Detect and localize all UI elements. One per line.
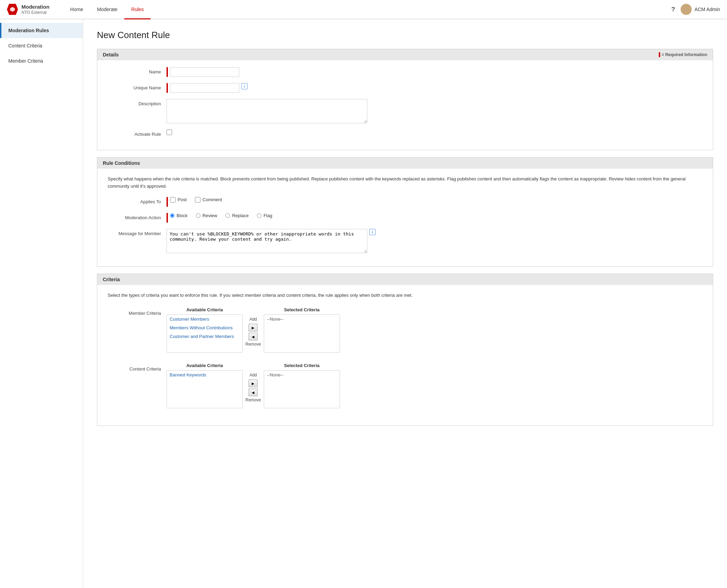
rule-conditions-title: Rule Conditions xyxy=(103,160,140,166)
main-nav: Home Moderate Rules xyxy=(63,0,671,19)
required-bar-icon xyxy=(659,52,660,57)
content-criteria-boxes: Available Criteria Banned Keywords Add ▶… xyxy=(167,363,340,408)
member-criteria-label: Member Criteria xyxy=(104,307,167,316)
message-for-member-label: Message for Member xyxy=(104,229,167,236)
content-criteria-row: Content Criteria Available Criteria Bann… xyxy=(104,363,706,408)
member-remove-button[interactable]: ◀ xyxy=(249,333,258,340)
moderation-action-label: Moderation Action xyxy=(104,213,167,220)
user-menu[interactable]: ACM Admin xyxy=(681,4,720,15)
nav-moderate[interactable]: Moderate xyxy=(90,0,124,19)
name-input[interactable] xyxy=(170,67,239,77)
description-input[interactable] xyxy=(167,99,367,123)
moderation-action-replace[interactable]: Replace xyxy=(225,213,249,218)
moderation-action-required-indicator xyxy=(167,213,168,223)
moderation-action-review-radio[interactable] xyxy=(196,213,200,218)
sidebar-item-member-criteria[interactable]: Member Criteria xyxy=(0,53,83,69)
member-criteria-boxes: Available Criteria Customer Members Memb… xyxy=(167,307,340,353)
moderation-action-flag[interactable]: Flag xyxy=(257,213,272,218)
rule-conditions-body: Specify what happens when the rule crite… xyxy=(97,169,713,266)
member-available-listbox[interactable]: Customer Members Members Without Contrib… xyxy=(167,314,243,353)
list-item[interactable]: Customer and Partner Members xyxy=(167,332,242,341)
main-content: New Content Rule Details = Required Info… xyxy=(83,19,727,588)
moderation-action-replace-radio[interactable] xyxy=(225,213,230,218)
criteria-section-title: Criteria xyxy=(103,277,120,282)
criteria-section-body: Select the types of criteria you want to… xyxy=(97,285,713,426)
sidebar-item-moderation-rules[interactable]: Moderation Rules xyxy=(0,23,83,38)
member-selected-group: Selected Criteria --None-- xyxy=(264,307,340,353)
rule-conditions-header: Rule Conditions xyxy=(97,158,713,169)
unique-name-info-icon[interactable]: i xyxy=(241,83,248,89)
member-selected-label: Selected Criteria xyxy=(284,307,320,312)
list-item-none: --None-- xyxy=(264,371,340,379)
sidebar-item-content-criteria[interactable]: Content Criteria xyxy=(0,38,83,53)
required-info: = Required Information xyxy=(659,52,707,57)
nav-home[interactable]: Home xyxy=(63,0,90,19)
sidebar: Moderation Rules Content Criteria Member… xyxy=(0,19,83,588)
avatar xyxy=(681,4,692,15)
content-available-group: Available Criteria Banned Keywords xyxy=(167,363,243,408)
content-remove-button[interactable]: ◀ xyxy=(249,389,258,396)
rule-conditions-section: Rule Conditions Specify what happens whe… xyxy=(97,157,713,267)
app-name: Moderation xyxy=(21,4,50,10)
member-criteria-row: Member Criteria Available Criteria Custo… xyxy=(104,307,706,353)
description-label: Description xyxy=(104,99,167,106)
moderation-action-block-radio[interactable] xyxy=(170,213,174,218)
content-criteria-label: Content Criteria xyxy=(104,363,167,372)
unique-name-required-indicator xyxy=(167,83,168,93)
content-available-label: Available Criteria xyxy=(186,363,223,368)
app-sub: NTO External xyxy=(21,10,50,15)
applies-to-post-checkbox[interactable] xyxy=(170,197,176,203)
applies-to-comment-checkbox[interactable] xyxy=(195,197,200,203)
content-selected-group: Selected Criteria --None-- xyxy=(264,363,340,408)
details-section-body: Name Unique Name i xyxy=(97,60,713,150)
content-available-listbox[interactable]: Banned Keywords xyxy=(167,370,243,408)
applies-to-row: Applies To Post Comment xyxy=(104,197,706,207)
moderation-action-field: Block Review Replace xyxy=(167,213,706,223)
content-selected-listbox[interactable]: --None-- xyxy=(264,370,340,408)
svg-point-2 xyxy=(682,11,690,15)
moderation-action-review[interactable]: Review xyxy=(196,213,217,218)
activate-rule-checkbox[interactable] xyxy=(167,130,172,135)
content-selected-label: Selected Criteria xyxy=(284,363,320,368)
unique-name-field: i xyxy=(167,83,706,93)
unique-name-row: Unique Name i xyxy=(104,83,706,93)
criteria-desc: Select the types of criteria you want to… xyxy=(104,292,706,299)
moderation-action-row: Moderation Action Block Review xyxy=(104,213,706,223)
details-section: Details = Required Information Name xyxy=(97,49,713,150)
member-selected-listbox[interactable]: --None-- xyxy=(264,314,340,353)
message-for-member-info-icon[interactable]: i xyxy=(369,229,376,235)
message-for-member-field: You can't use %BLOCKED_KEYWORD% or other… xyxy=(167,229,706,253)
member-add-label: Add xyxy=(250,317,257,322)
conditions-desc: Specify what happens when the rule crite… xyxy=(104,176,706,190)
nav-rules[interactable]: Rules xyxy=(124,0,151,19)
list-item[interactable]: Members Without Contributions xyxy=(167,323,242,332)
details-section-header: Details = Required Information xyxy=(97,49,713,60)
app-logo-icon xyxy=(7,4,18,15)
applies-to-post[interactable]: Post xyxy=(170,197,187,203)
moderation-action-block[interactable]: Block xyxy=(170,213,188,218)
content-remove-label: Remove xyxy=(245,398,261,402)
app-logo-text: Moderation NTO External xyxy=(21,4,50,15)
svg-marker-0 xyxy=(10,7,15,12)
activate-rule-field xyxy=(167,130,706,135)
activate-rule-row: Activate Rule xyxy=(104,130,706,137)
applies-to-field: Post Comment xyxy=(167,197,706,207)
list-item[interactable]: Banned Keywords xyxy=(167,371,242,379)
member-add-button[interactable]: ▶ xyxy=(249,324,258,331)
list-item-none: --None-- xyxy=(264,315,340,323)
member-criteria-buttons: Add ▶ ◀ Remove xyxy=(245,307,261,347)
member-remove-label: Remove xyxy=(245,342,261,347)
layout: Moderation Rules Content Criteria Member… xyxy=(0,19,727,588)
unique-name-input[interactable] xyxy=(170,83,239,93)
message-for-member-input[interactable]: You can't use %BLOCKED_KEYWORD% or other… xyxy=(167,229,367,253)
content-add-button[interactable]: ▶ xyxy=(249,380,258,387)
applies-to-comment[interactable]: Comment xyxy=(195,197,222,203)
criteria-section-header: Criteria xyxy=(97,274,713,285)
details-section-title: Details xyxy=(103,52,119,57)
member-available-group: Available Criteria Customer Members Memb… xyxy=(167,307,243,353)
svg-point-1 xyxy=(684,6,689,10)
moderation-action-flag-radio[interactable] xyxy=(257,213,261,218)
applies-to-options: Post Comment xyxy=(170,197,222,203)
help-button[interactable]: ? xyxy=(671,6,675,13)
list-item[interactable]: Customer Members xyxy=(167,315,242,323)
